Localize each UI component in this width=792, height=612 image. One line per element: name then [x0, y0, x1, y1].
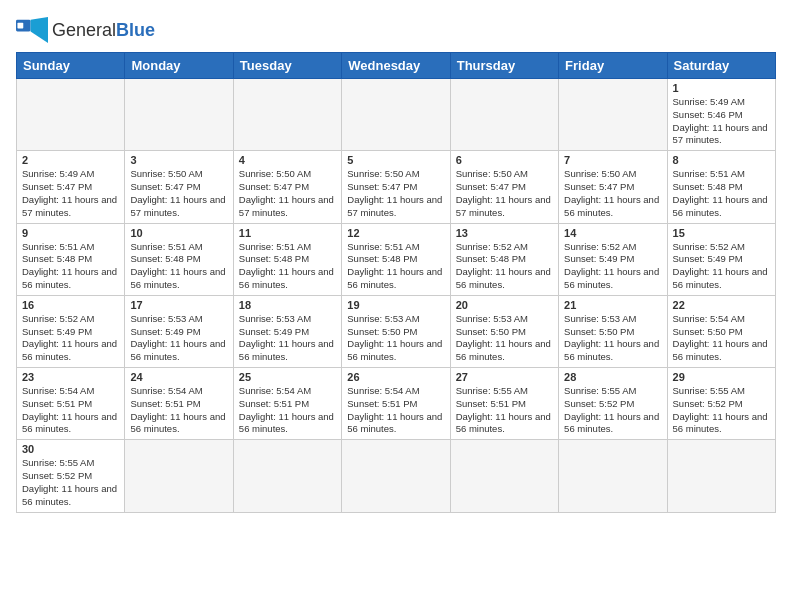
weekday-header-tuesday: Tuesday — [233, 53, 341, 79]
day-number: 13 — [456, 227, 553, 239]
day-info: Sunrise: 5:55 AMSunset: 5:52 PMDaylight:… — [22, 457, 119, 508]
day-info: Sunrise: 5:51 AMSunset: 5:48 PMDaylight:… — [22, 241, 119, 292]
day-info: Sunrise: 5:54 AMSunset: 5:51 PMDaylight:… — [347, 385, 444, 436]
calendar-week-row: 2Sunrise: 5:49 AMSunset: 5:47 PMDaylight… — [17, 151, 776, 223]
day-info: Sunrise: 5:49 AMSunset: 5:47 PMDaylight:… — [22, 168, 119, 219]
day-number: 7 — [564, 154, 661, 166]
calendar-cell — [233, 79, 341, 151]
day-number: 11 — [239, 227, 336, 239]
calendar-cell: 7Sunrise: 5:50 AMSunset: 5:47 PMDaylight… — [559, 151, 667, 223]
day-number: 27 — [456, 371, 553, 383]
logo-text: GeneralBlue — [52, 20, 155, 41]
calendar-table: SundayMondayTuesdayWednesdayThursdayFrid… — [16, 52, 776, 513]
day-number: 5 — [347, 154, 444, 166]
calendar-cell — [342, 79, 450, 151]
calendar-cell: 17Sunrise: 5:53 AMSunset: 5:49 PMDayligh… — [125, 295, 233, 367]
weekday-header-wednesday: Wednesday — [342, 53, 450, 79]
calendar-cell — [667, 440, 775, 512]
calendar-cell: 24Sunrise: 5:54 AMSunset: 5:51 PMDayligh… — [125, 368, 233, 440]
calendar-week-row: 30Sunrise: 5:55 AMSunset: 5:52 PMDayligh… — [17, 440, 776, 512]
calendar-cell: 21Sunrise: 5:53 AMSunset: 5:50 PMDayligh… — [559, 295, 667, 367]
calendar-cell: 29Sunrise: 5:55 AMSunset: 5:52 PMDayligh… — [667, 368, 775, 440]
svg-marker-1 — [31, 17, 48, 43]
calendar-cell — [559, 440, 667, 512]
day-info: Sunrise: 5:51 AMSunset: 5:48 PMDaylight:… — [239, 241, 336, 292]
day-number: 20 — [456, 299, 553, 311]
day-number: 1 — [673, 82, 770, 94]
day-number: 9 — [22, 227, 119, 239]
day-number: 18 — [239, 299, 336, 311]
calendar-week-row: 9Sunrise: 5:51 AMSunset: 5:48 PMDaylight… — [17, 223, 776, 295]
day-number: 23 — [22, 371, 119, 383]
calendar-cell: 10Sunrise: 5:51 AMSunset: 5:48 PMDayligh… — [125, 223, 233, 295]
day-number: 10 — [130, 227, 227, 239]
calendar-cell: 13Sunrise: 5:52 AMSunset: 5:48 PMDayligh… — [450, 223, 558, 295]
day-info: Sunrise: 5:55 AMSunset: 5:51 PMDaylight:… — [456, 385, 553, 436]
calendar-cell: 5Sunrise: 5:50 AMSunset: 5:47 PMDaylight… — [342, 151, 450, 223]
day-info: Sunrise: 5:51 AMSunset: 5:48 PMDaylight:… — [130, 241, 227, 292]
calendar-cell: 20Sunrise: 5:53 AMSunset: 5:50 PMDayligh… — [450, 295, 558, 367]
calendar-cell: 14Sunrise: 5:52 AMSunset: 5:49 PMDayligh… — [559, 223, 667, 295]
day-info: Sunrise: 5:54 AMSunset: 5:51 PMDaylight:… — [239, 385, 336, 436]
calendar-cell: 25Sunrise: 5:54 AMSunset: 5:51 PMDayligh… — [233, 368, 341, 440]
day-number: 19 — [347, 299, 444, 311]
page-header: GeneralBlue — [16, 16, 776, 44]
day-number: 14 — [564, 227, 661, 239]
day-number: 21 — [564, 299, 661, 311]
calendar-cell: 15Sunrise: 5:52 AMSunset: 5:49 PMDayligh… — [667, 223, 775, 295]
weekday-header-monday: Monday — [125, 53, 233, 79]
calendar-cell: 19Sunrise: 5:53 AMSunset: 5:50 PMDayligh… — [342, 295, 450, 367]
day-info: Sunrise: 5:52 AMSunset: 5:48 PMDaylight:… — [456, 241, 553, 292]
day-number: 22 — [673, 299, 770, 311]
calendar-cell: 26Sunrise: 5:54 AMSunset: 5:51 PMDayligh… — [342, 368, 450, 440]
calendar-cell: 11Sunrise: 5:51 AMSunset: 5:48 PMDayligh… — [233, 223, 341, 295]
day-info: Sunrise: 5:53 AMSunset: 5:49 PMDaylight:… — [130, 313, 227, 364]
day-info: Sunrise: 5:50 AMSunset: 5:47 PMDaylight:… — [130, 168, 227, 219]
calendar-week-row: 23Sunrise: 5:54 AMSunset: 5:51 PMDayligh… — [17, 368, 776, 440]
day-info: Sunrise: 5:53 AMSunset: 5:50 PMDaylight:… — [456, 313, 553, 364]
day-info: Sunrise: 5:52 AMSunset: 5:49 PMDaylight:… — [673, 241, 770, 292]
calendar-cell — [17, 79, 125, 151]
calendar-cell — [450, 440, 558, 512]
calendar-cell — [342, 440, 450, 512]
day-info: Sunrise: 5:50 AMSunset: 5:47 PMDaylight:… — [347, 168, 444, 219]
calendar-cell: 28Sunrise: 5:55 AMSunset: 5:52 PMDayligh… — [559, 368, 667, 440]
logo: GeneralBlue — [16, 16, 155, 44]
calendar-cell: 23Sunrise: 5:54 AMSunset: 5:51 PMDayligh… — [17, 368, 125, 440]
day-info: Sunrise: 5:49 AMSunset: 5:46 PMDaylight:… — [673, 96, 770, 147]
day-number: 12 — [347, 227, 444, 239]
calendar-week-row: 1Sunrise: 5:49 AMSunset: 5:46 PMDaylight… — [17, 79, 776, 151]
day-number: 25 — [239, 371, 336, 383]
day-number: 2 — [22, 154, 119, 166]
calendar-cell: 18Sunrise: 5:53 AMSunset: 5:49 PMDayligh… — [233, 295, 341, 367]
day-info: Sunrise: 5:53 AMSunset: 5:49 PMDaylight:… — [239, 313, 336, 364]
day-number: 8 — [673, 154, 770, 166]
day-info: Sunrise: 5:50 AMSunset: 5:47 PMDaylight:… — [564, 168, 661, 219]
day-info: Sunrise: 5:53 AMSunset: 5:50 PMDaylight:… — [564, 313, 661, 364]
calendar-cell: 12Sunrise: 5:51 AMSunset: 5:48 PMDayligh… — [342, 223, 450, 295]
day-info: Sunrise: 5:50 AMSunset: 5:47 PMDaylight:… — [456, 168, 553, 219]
weekday-header-row: SundayMondayTuesdayWednesdayThursdayFrid… — [17, 53, 776, 79]
day-number: 4 — [239, 154, 336, 166]
calendar-cell — [125, 440, 233, 512]
day-number: 24 — [130, 371, 227, 383]
day-info: Sunrise: 5:54 AMSunset: 5:51 PMDaylight:… — [22, 385, 119, 436]
calendar-cell: 27Sunrise: 5:55 AMSunset: 5:51 PMDayligh… — [450, 368, 558, 440]
day-info: Sunrise: 5:55 AMSunset: 5:52 PMDaylight:… — [673, 385, 770, 436]
calendar-cell — [559, 79, 667, 151]
weekday-header-thursday: Thursday — [450, 53, 558, 79]
calendar-cell: 8Sunrise: 5:51 AMSunset: 5:48 PMDaylight… — [667, 151, 775, 223]
day-number: 26 — [347, 371, 444, 383]
calendar-cell: 16Sunrise: 5:52 AMSunset: 5:49 PMDayligh… — [17, 295, 125, 367]
day-number: 16 — [22, 299, 119, 311]
day-info: Sunrise: 5:52 AMSunset: 5:49 PMDaylight:… — [22, 313, 119, 364]
calendar-cell: 22Sunrise: 5:54 AMSunset: 5:50 PMDayligh… — [667, 295, 775, 367]
calendar-cell: 2Sunrise: 5:49 AMSunset: 5:47 PMDaylight… — [17, 151, 125, 223]
calendar-week-row: 16Sunrise: 5:52 AMSunset: 5:49 PMDayligh… — [17, 295, 776, 367]
weekday-header-saturday: Saturday — [667, 53, 775, 79]
day-info: Sunrise: 5:51 AMSunset: 5:48 PMDaylight:… — [347, 241, 444, 292]
day-number: 28 — [564, 371, 661, 383]
day-number: 6 — [456, 154, 553, 166]
day-info: Sunrise: 5:50 AMSunset: 5:47 PMDaylight:… — [239, 168, 336, 219]
day-info: Sunrise: 5:51 AMSunset: 5:48 PMDaylight:… — [673, 168, 770, 219]
